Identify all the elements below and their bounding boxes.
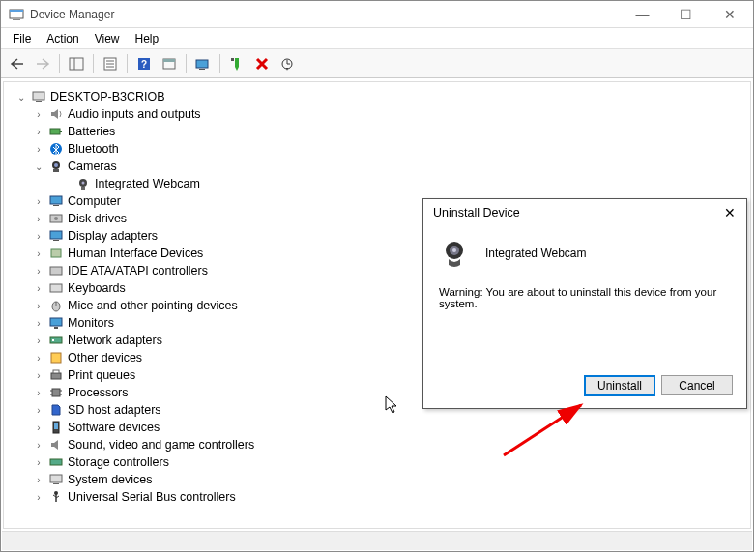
svg-rect-43: [54, 327, 58, 329]
menu-view[interactable]: View: [87, 30, 128, 47]
close-button[interactable]: ✕: [708, 1, 751, 28]
menu-file[interactable]: File: [5, 30, 39, 47]
app-icon: [9, 7, 24, 22]
tree-label: Disk drives: [68, 212, 127, 225]
menubar: File Action View Help: [1, 28, 753, 49]
expander-icon[interactable]: ›: [33, 474, 44, 485]
expander-icon[interactable]: ›: [33, 300, 44, 311]
computer-icon: [31, 89, 46, 104]
svg-rect-42: [50, 318, 62, 326]
audio-icon: [48, 106, 64, 122]
expander-icon[interactable]: ›: [33, 439, 44, 451]
uninstall-dialog: Uninstall Device ✕ Integrated Webcam War…: [422, 198, 747, 409]
statusbar: [2, 531, 752, 550]
expander-icon[interactable]: ›: [33, 335, 44, 346]
window-title: Device Manager: [30, 8, 621, 21]
update-driver-button[interactable]: [192, 53, 214, 74]
tree-node-bluetooth[interactable]: ›Bluetooth: [8, 140, 746, 158]
minimize-button[interactable]: —: [621, 1, 664, 28]
expander-icon[interactable]: ›: [33, 108, 44, 120]
expander-icon[interactable]: ›: [33, 265, 44, 277]
svg-rect-29: [50, 196, 62, 204]
tree-node-integrated-webcam[interactable]: Integrated Webcam: [8, 175, 746, 192]
tree-node-sound[interactable]: ›Sound, video and game controllers: [8, 436, 746, 453]
svg-point-24: [54, 163, 58, 167]
cancel-button[interactable]: Cancel: [661, 375, 733, 395]
other-icon: [48, 350, 64, 365]
expander-icon[interactable]: ›: [33, 456, 44, 468]
view-button[interactable]: [159, 53, 180, 74]
svg-rect-16: [231, 58, 234, 61]
help-button[interactable]: ?: [133, 53, 155, 74]
svg-rect-2: [13, 19, 20, 20]
tree-label: Integrated Webcam: [95, 177, 200, 190]
expander-icon[interactable]: ›: [33, 213, 44, 224]
tree-node-system[interactable]: ›System devices: [8, 471, 746, 488]
expander-icon[interactable]: ›: [33, 143, 44, 155]
svg-text:?: ?: [141, 59, 147, 70]
svg-rect-19: [36, 101, 42, 102]
dialog-body: Integrated Webcam Warning: You are about…: [423, 226, 746, 321]
enable-device-button[interactable]: [226, 53, 247, 74]
svg-rect-13: [196, 60, 208, 68]
spacer: [60, 178, 72, 190]
forward-button[interactable]: [32, 53, 53, 74]
tree-node-software[interactable]: ›Software devices: [8, 419, 746, 436]
expander-icon[interactable]: ›: [33, 195, 44, 207]
tree-label: Bluetooth: [68, 142, 119, 156]
svg-rect-12: [163, 59, 175, 62]
svg-rect-48: [53, 370, 59, 373]
expander-icon[interactable]: ⌄: [15, 91, 27, 102]
expander-icon[interactable]: ›: [33, 282, 44, 294]
show-hide-console-button[interactable]: [66, 53, 87, 74]
back-button[interactable]: [7, 53, 28, 74]
svg-rect-55: [54, 423, 58, 429]
expander-icon[interactable]: ›: [33, 387, 44, 398]
tree-label: Keyboards: [68, 281, 126, 295]
tree-root[interactable]: ⌄ DESKTOP-B3CRIOB: [8, 88, 746, 105]
battery-icon: [48, 124, 64, 139]
toolbar-separator: [59, 54, 60, 73]
expander-icon[interactable]: ⌄: [33, 160, 44, 172]
expander-icon[interactable]: ›: [33, 491, 44, 503]
monitor-icon: [48, 193, 64, 209]
uninstall-device-button[interactable]: [251, 53, 273, 74]
svg-rect-25: [53, 169, 59, 172]
dialog-device-name: Integrated Webcam: [485, 247, 587, 260]
expander-icon[interactable]: ›: [33, 317, 44, 329]
expander-icon[interactable]: ›: [33, 352, 44, 364]
toolbar-separator: [219, 54, 220, 73]
expander-icon[interactable]: ›: [33, 404, 44, 416]
tree-node-storage[interactable]: ›Storage controllers: [8, 453, 746, 471]
svg-rect-57: [50, 475, 62, 482]
tree-label: Cameras: [68, 160, 117, 173]
menu-action[interactable]: Action: [39, 30, 86, 47]
tree-node-cameras[interactable]: ⌄Cameras: [8, 158, 746, 175]
dialog-close-button[interactable]: ✕: [717, 202, 742, 223]
printer-icon: [48, 367, 64, 383]
menu-help[interactable]: Help: [128, 30, 167, 47]
tree-node-usb[interactable]: ›Universal Serial Bus controllers: [8, 488, 746, 506]
tree-label: Monitors: [68, 316, 114, 330]
tree-node-batteries[interactable]: ›Batteries: [8, 123, 746, 140]
tree-label: Print queues: [68, 368, 135, 382]
scan-hardware-button[interactable]: [276, 53, 298, 74]
maximize-button[interactable]: ☐: [664, 1, 708, 28]
network-icon: [48, 333, 64, 348]
expander-icon[interactable]: ›: [33, 422, 44, 433]
svg-rect-15: [235, 58, 239, 67]
expander-icon[interactable]: ›: [33, 230, 44, 242]
tree-label: IDE ATA/ATAPI controllers: [68, 264, 208, 277]
cpu-icon: [48, 385, 64, 400]
expander-icon[interactable]: ›: [33, 369, 44, 381]
mouse-icon: [48, 298, 64, 313]
properties-button[interactable]: [100, 53, 121, 74]
svg-rect-34: [53, 240, 59, 241]
svg-point-27: [82, 182, 85, 185]
expander-icon[interactable]: ›: [33, 126, 44, 137]
svg-rect-1: [10, 10, 23, 12]
tree-node-audio[interactable]: ›Audio inputs and outputs: [8, 105, 746, 123]
tree-label: System devices: [68, 473, 153, 486]
uninstall-button[interactable]: Uninstall: [584, 375, 655, 396]
expander-icon[interactable]: ›: [33, 248, 44, 259]
